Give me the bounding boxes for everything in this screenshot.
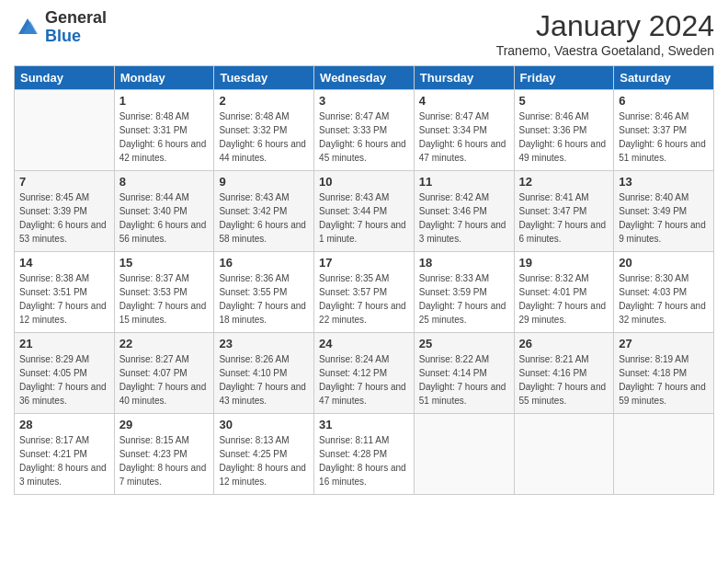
day-info: Sunrise: 8:15 AMSunset: 4:23 PMDaylight:… [119,433,210,488]
day-info: Sunrise: 8:47 AMSunset: 3:34 PMDaylight:… [419,109,509,165]
day-number: 16 [219,256,309,270]
day-number: 22 [119,337,210,350]
calendar-table: Sunday Monday Tuesday Wednesday Thursday… [14,65,714,495]
day-info: Sunrise: 8:13 AMSunset: 4:25 PMDaylight:… [219,433,309,488]
day-number: 8 [119,175,210,189]
day-number: 25 [419,337,509,350]
calendar-cell-3-1: 22Sunrise: 8:27 AMSunset: 4:07 PMDayligh… [114,333,214,414]
day-number: 9 [219,175,309,189]
day-number: 26 [519,337,609,350]
calendar-cell-4-1: 29Sunrise: 8:15 AMSunset: 4:23 PMDayligh… [114,414,214,495]
day-info: Sunrise: 8:32 AMSunset: 4:01 PMDaylight:… [519,271,609,327]
day-number: 5 [519,94,609,108]
day-info: Sunrise: 8:33 AMSunset: 3:59 PMDaylight:… [419,271,509,327]
calendar-cell-0-2: 2Sunrise: 8:48 AMSunset: 3:32 PMDaylight… [214,90,314,171]
page-header: General Blue January 2024 Tranemo, Vaest… [14,9,714,58]
day-number: 29 [119,418,210,431]
calendar-cell-1-0: 7Sunrise: 8:45 AMSunset: 3:39 PMDaylight… [15,171,115,252]
calendar-cell-1-1: 8Sunrise: 8:44 AMSunset: 3:40 PMDaylight… [114,171,214,252]
calendar-cell-4-6 [614,414,714,495]
day-info: Sunrise: 8:43 AMSunset: 3:44 PMDaylight:… [319,190,409,246]
calendar-cell-2-0: 14Sunrise: 8:38 AMSunset: 3:51 PMDayligh… [15,252,115,333]
calendar-cell-3-5: 26Sunrise: 8:21 AMSunset: 4:16 PMDayligh… [514,333,614,414]
logo-text: General Blue [45,9,107,46]
calendar-cell-2-5: 19Sunrise: 8:32 AMSunset: 4:01 PMDayligh… [514,252,614,333]
calendar-cell-1-3: 10Sunrise: 8:43 AMSunset: 3:44 PMDayligh… [314,171,415,252]
day-info: Sunrise: 8:41 AMSunset: 3:47 PMDaylight:… [519,190,609,246]
day-number: 28 [19,418,109,431]
day-info: Sunrise: 8:43 AMSunset: 3:42 PMDaylight:… [219,190,309,246]
calendar-cell-1-6: 13Sunrise: 8:40 AMSunset: 3:49 PMDayligh… [614,171,714,252]
day-info: Sunrise: 8:27 AMSunset: 4:07 PMDaylight:… [119,352,210,408]
calendar-cell-4-5 [514,414,614,495]
month-title: January 2024 [496,9,714,43]
calendar-page: General Blue January 2024 Tranemo, Vaest… [0,0,728,563]
day-number: 19 [519,256,609,270]
calendar-cell-3-4: 25Sunrise: 8:22 AMSunset: 4:14 PMDayligh… [414,333,514,414]
day-number: 18 [419,256,509,270]
day-info: Sunrise: 8:35 AMSunset: 3:57 PMDaylight:… [319,271,409,327]
day-number: 17 [319,256,409,270]
calendar-cell-2-2: 16Sunrise: 8:36 AMSunset: 3:55 PMDayligh… [214,252,314,333]
calendar-cell-4-0: 28Sunrise: 8:17 AMSunset: 4:21 PMDayligh… [15,414,115,495]
day-info: Sunrise: 8:30 AMSunset: 4:03 PMDaylight:… [619,271,709,327]
calendar-cell-1-5: 12Sunrise: 8:41 AMSunset: 3:47 PMDayligh… [514,171,614,252]
calendar-cell-1-4: 11Sunrise: 8:42 AMSunset: 3:46 PMDayligh… [414,171,514,252]
header-thursday: Thursday [414,66,514,90]
calendar-cell-4-4 [414,414,514,495]
calendar-cell-1-2: 9Sunrise: 8:43 AMSunset: 3:42 PMDaylight… [214,171,314,252]
calendar-cell-0-4: 4Sunrise: 8:47 AMSunset: 3:34 PMDaylight… [414,90,514,171]
week-row-3: 14Sunrise: 8:38 AMSunset: 3:51 PMDayligh… [15,252,714,333]
calendar-cell-0-5: 5Sunrise: 8:46 AMSunset: 3:36 PMDaylight… [514,90,614,171]
calendar-cell-0-0 [15,90,115,171]
day-number: 15 [119,256,210,270]
day-number: 14 [19,256,109,270]
day-info: Sunrise: 8:46 AMSunset: 3:37 PMDaylight:… [619,109,709,165]
calendar-cell-2-6: 20Sunrise: 8:30 AMSunset: 4:03 PMDayligh… [614,252,714,333]
logo-icon [14,14,41,41]
calendar-cell-4-3: 31Sunrise: 8:11 AMSunset: 4:28 PMDayligh… [314,414,415,495]
day-number: 20 [619,256,709,270]
week-row-5: 28Sunrise: 8:17 AMSunset: 4:21 PMDayligh… [15,414,714,495]
header-wednesday: Wednesday [314,66,415,90]
calendar-cell-3-0: 21Sunrise: 8:29 AMSunset: 4:05 PMDayligh… [15,333,115,414]
day-number: 30 [219,418,309,431]
week-row-2: 7Sunrise: 8:45 AMSunset: 3:39 PMDaylight… [15,171,714,252]
day-number: 1 [119,94,210,108]
day-info: Sunrise: 8:46 AMSunset: 3:36 PMDaylight:… [519,109,609,165]
calendar-cell-3-2: 23Sunrise: 8:26 AMSunset: 4:10 PMDayligh… [214,333,314,414]
header-sunday: Sunday [15,66,115,90]
title-block: January 2024 Tranemo, Vaestra Goetaland,… [496,9,714,58]
calendar-cell-0-6: 6Sunrise: 8:46 AMSunset: 3:37 PMDaylight… [614,90,714,171]
day-info: Sunrise: 8:38 AMSunset: 3:51 PMDaylight:… [19,271,109,327]
day-number: 24 [319,337,409,350]
calendar-cell-0-3: 3Sunrise: 8:47 AMSunset: 3:33 PMDaylight… [314,90,415,171]
day-info: Sunrise: 8:24 AMSunset: 4:12 PMDaylight:… [319,352,409,408]
day-number: 27 [619,337,709,350]
calendar-cell-3-3: 24Sunrise: 8:24 AMSunset: 4:12 PMDayligh… [314,333,415,414]
header-friday: Friday [514,66,614,90]
day-number: 6 [619,94,709,108]
day-number: 3 [319,94,409,108]
day-number: 7 [19,175,109,189]
calendar-cell-0-1: 1Sunrise: 8:48 AMSunset: 3:31 PMDaylight… [114,90,214,171]
day-number: 23 [219,337,309,350]
day-number: 11 [419,175,509,189]
day-info: Sunrise: 8:36 AMSunset: 3:55 PMDaylight:… [219,271,309,327]
header-monday: Monday [114,66,214,90]
day-number: 10 [319,175,409,189]
calendar-cell-3-6: 27Sunrise: 8:19 AMSunset: 4:18 PMDayligh… [614,333,714,414]
day-number: 13 [619,175,709,189]
day-number: 4 [419,94,509,108]
calendar-cell-4-2: 30Sunrise: 8:13 AMSunset: 4:25 PMDayligh… [214,414,314,495]
day-number: 12 [519,175,609,189]
logo-general: General [45,8,107,27]
day-number: 21 [19,337,109,350]
header-saturday: Saturday [614,66,714,90]
day-info: Sunrise: 8:45 AMSunset: 3:39 PMDaylight:… [19,190,109,246]
calendar-cell-2-4: 18Sunrise: 8:33 AMSunset: 3:59 PMDayligh… [414,252,514,333]
week-row-1: 1Sunrise: 8:48 AMSunset: 3:31 PMDaylight… [15,90,714,171]
day-info: Sunrise: 8:21 AMSunset: 4:16 PMDaylight:… [519,352,609,408]
day-info: Sunrise: 8:22 AMSunset: 4:14 PMDaylight:… [419,352,509,408]
day-number: 31 [319,418,409,431]
